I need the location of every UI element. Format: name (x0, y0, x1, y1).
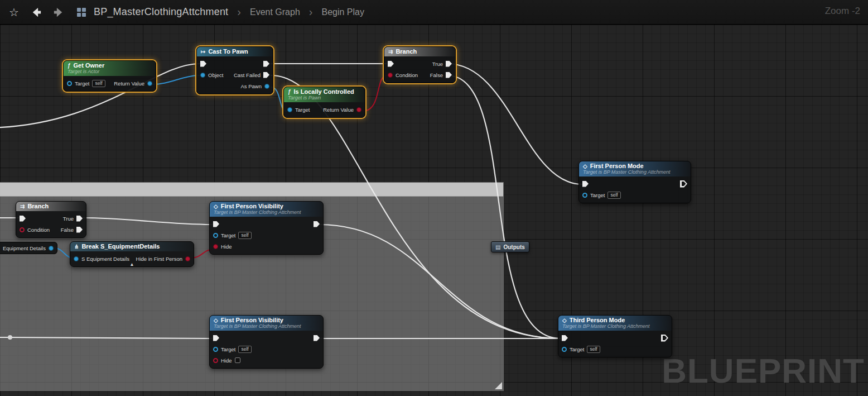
self-input[interactable]: self (238, 346, 251, 353)
node-title: Branch (396, 48, 417, 55)
favorite-star-icon[interactable]: ☆ (7, 5, 21, 20)
node-is-locally-controlled[interactable]: ƒIs Locally Controlled Target is Pawn Ta… (283, 87, 365, 118)
false-exec-pin[interactable] (76, 227, 83, 233)
break-struct-icon: ⋔ (74, 244, 79, 250)
target-pin[interactable] (213, 233, 218, 238)
hide-pin[interactable] (213, 358, 218, 363)
exec-out-pin[interactable] (314, 335, 320, 341)
outputs-label: Outputs (503, 244, 524, 250)
condition-pin[interactable] (388, 73, 393, 78)
target-pin[interactable] (562, 347, 567, 352)
breadcrumb-separator: › (236, 6, 242, 18)
true-exec-pin[interactable] (76, 216, 83, 222)
condition-pin[interactable] (20, 227, 25, 232)
node-get-owner[interactable]: ƒGet Owner Target is Actor Targetself Re… (63, 60, 156, 92)
node-title: First Person Visibility (221, 203, 283, 209)
node-branch-left[interactable]: ⇉Branch True Condition False (16, 201, 86, 238)
object-wire (152, 75, 200, 84)
target-pin[interactable] (287, 107, 292, 112)
node-subtitle: Target is BP Master Clothing Attchment (583, 169, 687, 175)
struct-in-pin[interactable] (74, 256, 79, 261)
node-equipment-details-partial[interactable]: Equipment Details (0, 242, 57, 254)
back-arrow-icon[interactable] (29, 5, 44, 20)
function-icon: ƒ (288, 89, 291, 95)
node-title: Break S_EquipmentDetails (81, 243, 160, 250)
exec-in-pin[interactable] (213, 221, 219, 227)
self-input[interactable]: self (587, 346, 600, 353)
node-first-person-visibility-bottom[interactable]: ◇First Person Visibility Target is BP Ma… (209, 315, 324, 369)
node-subtitle: Target is BP Master Clothing Attchment (214, 209, 319, 215)
hide-in-first-person-pin[interactable] (185, 256, 190, 261)
comment-resize-handle[interactable] (495, 382, 502, 389)
target-pin[interactable] (582, 193, 587, 198)
breadcrumb-separator: › (308, 6, 314, 18)
equipment-details-label: Equipment Details (3, 245, 46, 251)
exec-in-pin[interactable] (388, 61, 394, 67)
target-pin[interactable] (213, 347, 218, 352)
as-pawn-pin[interactable] (264, 84, 269, 89)
cast-failed-pin[interactable] (263, 72, 269, 78)
target-pin[interactable] (67, 81, 72, 86)
bool-wire (363, 75, 387, 111)
equipment-details-out-pin[interactable] (49, 246, 54, 251)
exec-in-pin[interactable] (20, 216, 26, 222)
node-first-person-mode[interactable]: ◇First Person Mode Target is BP Master C… (578, 161, 691, 203)
exec-in-pin[interactable] (200, 61, 206, 67)
function-call-icon: ◇ (583, 163, 587, 169)
event-graph-canvas[interactable]: BLUEPRINT ƒG (0, 25, 868, 396)
breadcrumb-toolbar: ☆ BP_MasterClothingAttchment › Event Gra… (0, 0, 868, 25)
cast-icon: ↦ (201, 49, 205, 55)
zoom-level-label: Zoom -2 (825, 6, 860, 17)
function-icon: ƒ (67, 63, 71, 69)
exec-in-pin[interactable] (562, 335, 568, 341)
object-pin[interactable] (200, 73, 205, 78)
exec-out-pin[interactable] (314, 221, 320, 227)
node-title: Branch (27, 203, 49, 209)
node-title: First Person Visibility (221, 317, 283, 323)
return-value-pin[interactable] (356, 107, 361, 112)
function-call-icon: ◇ (214, 317, 218, 323)
node-title: Is Locally Controlled (294, 88, 354, 95)
node-title: First Person Mode (590, 163, 644, 169)
hide-pin[interactable] (213, 244, 218, 249)
node-title: Get Owner (74, 62, 105, 69)
outputs-icon: ▤ (495, 244, 500, 250)
branch-icon: ⇉ (388, 49, 393, 55)
blueprint-watermark: BLUEPRINT (662, 351, 865, 390)
exec-out-pin[interactable] (263, 61, 269, 67)
exec-in-pin[interactable] (213, 335, 219, 341)
node-title: Third Person Mode (570, 317, 625, 323)
function-call-icon: ◇ (214, 203, 218, 209)
node-title: Cast To Pawn (208, 48, 248, 55)
true-exec-pin[interactable] (446, 61, 452, 67)
function-call-icon: ◇ (562, 317, 567, 323)
node-break-equipment-details[interactable]: ⋔Break S_EquipmentDetails S Equipment De… (70, 241, 194, 267)
branch-icon: ⇉ (20, 203, 25, 209)
node-subtitle: Target is Pawn (288, 95, 361, 101)
node-outputs-tunnel[interactable]: ▤ Outputs (491, 241, 529, 252)
self-input[interactable]: self (92, 80, 105, 87)
exec-out-pin[interactable] (661, 335, 668, 342)
breadcrumb-event-graph[interactable]: Event Graph (250, 7, 300, 17)
node-cast-to-pawn[interactable]: ↦Cast To Pawn Object Cast Failed As Pawn (196, 46, 273, 94)
comment-title-bar[interactable] (0, 183, 503, 197)
node-subtitle: Target is BP Master Clothing Attchment (562, 323, 668, 329)
breadcrumb-begin-play[interactable]: Begin Play (321, 7, 364, 17)
self-input[interactable]: self (238, 232, 251, 239)
exec-wire (447, 64, 582, 184)
node-third-person-mode[interactable]: ◇Third Person Mode Target is BP Master C… (558, 315, 672, 357)
self-input[interactable]: self (607, 192, 620, 199)
breadcrumb-blueprint-name[interactable]: BP_MasterClothingAttchment (94, 6, 228, 18)
false-exec-pin[interactable] (446, 72, 452, 78)
node-branch-top[interactable]: ⇉Branch True Condition False (384, 46, 456, 83)
exec-out-pin[interactable] (680, 180, 687, 188)
exec-in-pin[interactable] (582, 181, 589, 187)
node-subtitle: Target is Actor (67, 69, 152, 74)
collapse-arrow-icon[interactable]: ▲ (130, 263, 134, 267)
return-value-pin[interactable] (147, 81, 152, 86)
forward-arrow-icon[interactable] (51, 5, 66, 20)
hide-checkbox[interactable] (235, 357, 240, 363)
blueprint-class-icon (77, 8, 86, 17)
node-subtitle: Target is BP Master Clothing Attchment (214, 323, 319, 329)
node-first-person-visibility-top[interactable]: ◇First Person Visibility Target is BP Ma… (209, 201, 324, 255)
